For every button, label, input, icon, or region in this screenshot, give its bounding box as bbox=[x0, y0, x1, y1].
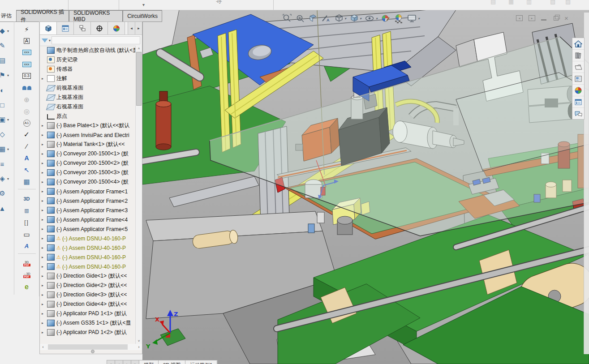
expander-icon[interactable]: ▸ bbox=[42, 208, 47, 212]
tree-item[interactable]: 历史记录 bbox=[40, 55, 136, 64]
filter-dropdown-icon[interactable]: ▾ bbox=[49, 39, 51, 43]
restore-icon[interactable] bbox=[554, 16, 559, 21]
apply-scene-icon[interactable] bbox=[394, 13, 404, 23]
expander-icon[interactable]: ▸ bbox=[42, 152, 47, 156]
zoom-fit-icon[interactable] bbox=[282, 13, 292, 23]
next-tab-icon[interactable]: › bbox=[123, 360, 131, 364]
scrollbar-thumb[interactable] bbox=[136, 52, 142, 106]
expander-icon[interactable]: ▸ bbox=[42, 302, 47, 306]
tree-item[interactable]: ▸ (-) Conveyor 200-1500<3> (默 bbox=[40, 168, 136, 177]
scroll-right-icon[interactable]: › bbox=[136, 345, 142, 349]
toolbar-button[interactable]: ✓ bbox=[20, 130, 34, 140]
tree-item[interactable]: ▸ (-) Assem Applicator Frame<3 bbox=[40, 206, 136, 215]
view-palette-icon[interactable] bbox=[572, 73, 584, 85]
toolbar-button[interactable]: [] bbox=[20, 218, 34, 227]
expander-icon[interactable]: ▸ bbox=[42, 161, 47, 165]
hide-show-items-icon[interactable]: ▾ bbox=[365, 13, 378, 23]
expander-icon[interactable]: ▸ bbox=[42, 142, 47, 146]
tree-filter-input[interactable] bbox=[52, 36, 140, 44]
toolbar-button[interactable]: 3D bbox=[20, 194, 34, 204]
tree-item[interactable]: ▸ ⚠ (-) Assem DSNU-40-160-P bbox=[40, 234, 136, 243]
forum-icon[interactable] bbox=[572, 108, 584, 119]
custom-properties-icon[interactable] bbox=[572, 96, 584, 108]
toolbar-button[interactable]: A1 bbox=[20, 118, 34, 128]
tab-model[interactable]: 模型 bbox=[139, 360, 159, 364]
tab-dimxpert-manager[interactable] bbox=[91, 22, 108, 34]
measure-icon[interactable]: A bbox=[321, 13, 331, 23]
expander-icon[interactable]: ▸ bbox=[42, 199, 47, 203]
tree-item[interactable]: ▸ (-) Material Tank<1> (默认<< bbox=[40, 140, 136, 149]
edit-appearance-icon[interactable] bbox=[381, 13, 391, 23]
next-window-icon[interactable]: ▸ bbox=[529, 15, 535, 21]
expander-icon[interactable]: ▸ bbox=[42, 265, 47, 269]
expander-icon[interactable]: ▸ bbox=[42, 330, 47, 334]
toolbar-button[interactable]: ⊕ bbox=[20, 94, 34, 104]
toolbar-button[interactable]: ▦ bbox=[18, 176, 36, 189]
display-style-icon[interactable]: ▾ bbox=[349, 13, 361, 23]
minimize-icon[interactable] bbox=[541, 19, 546, 21]
expander-icon[interactable]: ▸ bbox=[42, 133, 47, 137]
tree-item[interactable]: ▸ (-) Conveyor 200-1500<4> (默 bbox=[40, 177, 136, 187]
expander-icon[interactable]: ▸ bbox=[42, 255, 47, 259]
toolbar-button[interactable]: xxx bbox=[20, 47, 34, 57]
scrollbar-thumb[interactable] bbox=[48, 344, 128, 350]
tab-3d-views[interactable]: 3D 视图 bbox=[159, 360, 185, 364]
tree-horizontal-scrollbar[interactable]: ‹ › bbox=[40, 344, 142, 350]
tab-solidworks-addins[interactable]: SOLIDWORKS 插件 bbox=[16, 10, 69, 21]
expander-icon[interactable]: ▸ bbox=[42, 171, 47, 175]
scroll-left-icon[interactable]: ‹ bbox=[40, 345, 46, 349]
tree-vertical-scrollbar[interactable]: ˄ ˅ bbox=[135, 46, 142, 344]
tree-item[interactable]: ▸ (-) Direction Gide<4> (默认<< bbox=[40, 300, 136, 309]
zoom-area-icon[interactable] bbox=[295, 13, 305, 23]
flyout-arrow-icon[interactable]: ▾ bbox=[142, 2, 145, 7]
tree-item[interactable]: ▸ (-) Assem GS35 1<1> (默认<显 bbox=[40, 318, 136, 328]
toolbar-button[interactable]: xxx bbox=[20, 60, 34, 69]
toolbar-button[interactable]: e bbox=[20, 282, 34, 292]
graphics-area[interactable]: Z X Y bbox=[142, 10, 589, 364]
tree-item[interactable]: ▸ (-) Conveyor 200-1500<2> (默 bbox=[40, 158, 136, 168]
scroll-down-icon[interactable]: ˅ bbox=[136, 338, 142, 344]
expander-icon[interactable]: ▸ bbox=[42, 189, 47, 193]
design-library-icon[interactable] bbox=[572, 50, 584, 61]
tree-item[interactable]: ▸ (-) Assem Applicator Frame<1 bbox=[40, 187, 136, 196]
previous-window-icon[interactable]: ◂ bbox=[516, 15, 523, 21]
expander-icon[interactable]: ▸ bbox=[42, 77, 47, 81]
toolbar-button[interactable]: ◈▾ bbox=[0, 174, 9, 184]
tab-circuitworks[interactable]: CircuitWorks bbox=[123, 10, 162, 21]
toolbar-button[interactable]: ◐▾ bbox=[0, 85, 9, 95]
tab-display-manager[interactable] bbox=[108, 22, 125, 34]
toolbar-button[interactable]: ↖ bbox=[20, 165, 34, 175]
toolbar-button[interactable]: A bbox=[20, 153, 34, 163]
view-orientation-icon[interactable]: ▾ bbox=[334, 13, 346, 23]
tree-item[interactable]: 原点 bbox=[40, 111, 136, 121]
expander-icon[interactable]: ▸ bbox=[42, 246, 47, 250]
scroll-up-icon[interactable]: ˄ bbox=[136, 46, 142, 51]
tab-motion-study[interactable]: 运动算例1 bbox=[185, 360, 217, 364]
first-tab-icon[interactable]: « bbox=[107, 360, 115, 364]
tree-item[interactable]: 前视基准面 bbox=[40, 83, 136, 93]
tree-item[interactable]: 传感器 bbox=[40, 64, 136, 74]
tree-item[interactable]: 右视基准面 bbox=[40, 102, 136, 111]
tab-configuration-manager[interactable] bbox=[74, 22, 91, 34]
tab-property-manager[interactable] bbox=[57, 22, 74, 34]
toolbar-button[interactable]: ≡▾ bbox=[0, 159, 9, 169]
expander-icon[interactable]: ▸ bbox=[42, 293, 47, 297]
toolbar-button[interactable]: A bbox=[20, 36, 34, 46]
toolbar-button[interactable]: ∕ bbox=[20, 141, 34, 151]
expander-icon[interactable]: ▸ bbox=[42, 218, 47, 222]
tree-item[interactable]: ▸ (-) Direction Gide<1> (默认<< bbox=[40, 271, 136, 281]
toolbar-button[interactable]: ◇▾ bbox=[0, 129, 9, 139]
toolbar-button[interactable]: ▦▾ bbox=[0, 144, 9, 154]
expander-icon[interactable]: ▸ bbox=[42, 124, 47, 128]
filter-funnel-icon[interactable] bbox=[42, 39, 48, 43]
toolbar-button[interactable]: ▤▾ bbox=[0, 56, 9, 65]
toolbar-button[interactable]: ✎▾ bbox=[0, 41, 9, 51]
tab-evaluate[interactable]: 评估 bbox=[0, 10, 16, 21]
file-explorer-icon[interactable] bbox=[572, 61, 584, 73]
home-icon[interactable] bbox=[572, 38, 584, 50]
toolbar-button[interactable]: ◎ bbox=[20, 106, 34, 116]
toolbar-button[interactable]: ▣▾ bbox=[0, 115, 9, 124]
toolbar-button[interactable]: ⚙▾ bbox=[0, 188, 9, 198]
tree-item[interactable]: ▸ (-) Assem Applicator Frame<5 bbox=[40, 224, 136, 234]
tree-item[interactable]: ▸ (-) Assem Applicator Frame<4 bbox=[40, 215, 136, 224]
